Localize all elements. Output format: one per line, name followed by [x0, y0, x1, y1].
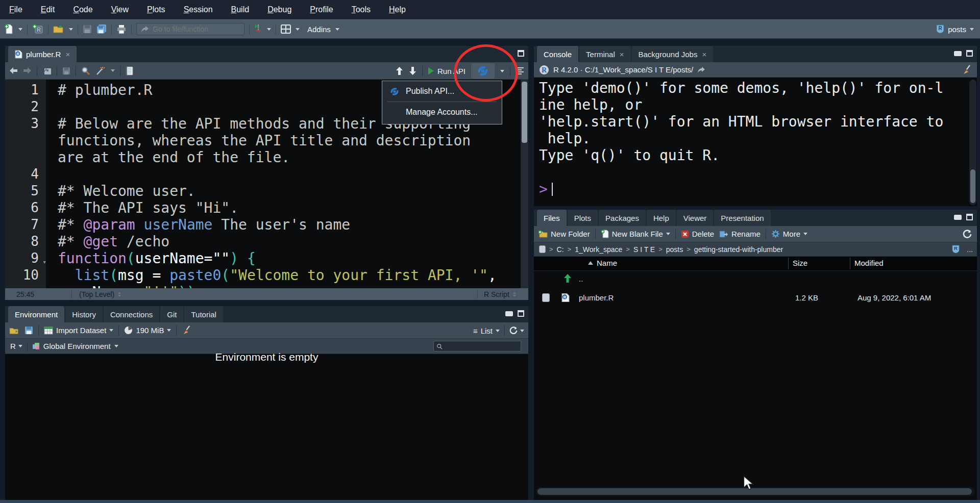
tab-files[interactable]: Files	[537, 210, 567, 226]
run-api-button[interactable]: Run API	[428, 67, 465, 76]
maximize-pane-icon[interactable]	[518, 50, 524, 57]
scope-selector[interactable]: (Top Level)	[71, 290, 477, 298]
project-selector[interactable]: R posts	[936, 20, 974, 38]
files-horizontal-scrollbar[interactable]	[536, 487, 975, 496]
column-header-name[interactable]: Name	[588, 259, 617, 267]
open-file-caret-icon[interactable]	[69, 28, 73, 31]
file-type-selector[interactable]: R Script	[477, 290, 528, 298]
tab-close-icon[interactable]: ×	[620, 50, 624, 59]
console-prompt-line[interactable]: >	[539, 181, 943, 197]
maximize-pane-icon[interactable]	[518, 310, 524, 317]
new-file-icon[interactable]	[4, 24, 14, 34]
environment-search-input[interactable]	[445, 342, 513, 350]
new-blank-file-caret-icon[interactable]	[666, 233, 670, 235]
memory-usage-button[interactable]: 190 MiB	[124, 326, 171, 335]
language-caret-icon[interactable]	[18, 345, 22, 347]
editor-tab-plumber[interactable]: R plumber.R ×	[8, 46, 77, 62]
back-icon[interactable]	[9, 67, 18, 74]
new-project-icon[interactable]: R	[32, 24, 43, 34]
minimize-pane-icon[interactable]	[954, 51, 962, 56]
tab-plots[interactable]: Plots	[568, 210, 598, 226]
save-all-icon[interactable]	[96, 24, 107, 34]
more-button[interactable]: More	[771, 230, 807, 238]
clear-environment-broom-icon[interactable]	[182, 325, 191, 335]
new-folder-button[interactable]: New Folder	[538, 230, 590, 238]
panes-layout-caret-icon[interactable]	[296, 28, 300, 31]
menu-code[interactable]: Code	[73, 5, 92, 14]
environment-scope-caret-icon[interactable]	[114, 345, 118, 347]
tab-viewer[interactable]: Viewer	[677, 210, 714, 226]
goto-file-box[interactable]	[136, 23, 244, 35]
menu-build[interactable]: Build	[231, 5, 250, 14]
maximize-pane-icon[interactable]	[966, 50, 973, 57]
parent-directory-row[interactable]: ..	[534, 270, 977, 289]
load-workspace-icon[interactable]	[9, 326, 19, 335]
breadcrumb-workspace[interactable]: 1_Work_space	[575, 245, 622, 254]
editor-scrollbar-thumb[interactable]	[522, 82, 527, 143]
project-caret-icon[interactable]	[970, 28, 974, 31]
tab-history[interactable]: History	[65, 306, 103, 322]
breadcrumb-posts[interactable]: posts	[666, 245, 683, 254]
addins-button[interactable]: Addins	[307, 25, 331, 34]
environment-search-box[interactable]	[433, 341, 521, 351]
minimize-pane-icon[interactable]	[954, 215, 962, 220]
language-selector[interactable]: R	[10, 342, 22, 350]
column-header-modified[interactable]: Modified	[854, 259, 884, 267]
version-control-caret-icon[interactable]	[267, 28, 271, 31]
menu-debug[interactable]: Debug	[267, 5, 291, 14]
breadcrumb-drive[interactable]: C:	[557, 245, 564, 254]
tab-close-icon[interactable]: ×	[702, 50, 706, 59]
tab-close-icon[interactable]: ×	[65, 50, 70, 59]
breadcrumb-current-dir[interactable]: getting-started-with-plumber	[694, 245, 783, 254]
import-dataset-button[interactable]: Import Dataset	[44, 326, 113, 335]
menu-file[interactable]: File	[9, 5, 22, 14]
tab-connections[interactable]: Connections	[104, 306, 159, 322]
environment-scope-selector[interactable]: Global Environment	[32, 342, 118, 350]
new-blank-file-button[interactable]: New Blank File	[601, 230, 670, 238]
column-header-size[interactable]: Size	[793, 259, 807, 267]
console-scrollbar[interactable]	[969, 80, 976, 205]
tab-terminal[interactable]: Terminal×	[579, 46, 630, 62]
memory-caret-icon[interactable]	[167, 329, 171, 332]
clear-console-broom-icon[interactable]	[962, 65, 972, 75]
open-file-icon[interactable]	[53, 24, 64, 34]
publish-caret-icon[interactable]	[500, 70, 504, 72]
tab-packages[interactable]: Packages	[599, 210, 646, 226]
console-scrollbar-thumb[interactable]	[970, 169, 975, 203]
rename-button[interactable]: Rename	[719, 230, 761, 238]
file-row-plumber[interactable]: R plumber.R 1.2 KB Aug 9, 2022, 6:01 AM	[534, 289, 977, 307]
file-name-link[interactable]: plumber.R	[579, 293, 614, 302]
editor-scrollbar[interactable]	[521, 80, 528, 288]
breadcrumb-more-button[interactable]: ...	[967, 245, 973, 254]
refresh-icon[interactable]	[963, 230, 972, 239]
list-view-caret-icon[interactable]	[496, 330, 500, 332]
menu-session[interactable]: Session	[184, 5, 213, 14]
breadcrumb-site[interactable]: S I T E	[633, 245, 655, 254]
open-directory-arrow-icon[interactable]	[697, 66, 705, 73]
compile-report-icon[interactable]	[126, 66, 134, 76]
refresh-caret-icon[interactable]	[520, 330, 524, 332]
file-checkbox[interactable]	[542, 293, 550, 302]
menu-tools[interactable]: Tools	[352, 5, 371, 14]
document-outline-icon[interactable]	[516, 67, 524, 75]
menu-edit[interactable]: Edit	[41, 5, 55, 14]
tab-git[interactable]: Git	[160, 306, 183, 322]
tab-console[interactable]: Console	[537, 46, 578, 62]
publish-button[interactable]	[471, 63, 495, 79]
code-tools-caret-icon[interactable]	[111, 69, 115, 72]
source-down-icon[interactable]	[409, 67, 416, 75]
tab-presentation[interactable]: Presentation	[714, 210, 770, 226]
panes-layout-icon[interactable]	[281, 24, 291, 34]
tab-help[interactable]: Help	[647, 210, 676, 226]
import-dataset-caret-icon[interactable]	[109, 329, 113, 332]
menu-help[interactable]: Help	[389, 5, 406, 14]
save-workspace-icon[interactable]	[24, 326, 33, 335]
files-scrollbar-thumb[interactable]	[537, 488, 972, 495]
menu-item-publish-api[interactable]: Publish API...	[382, 81, 502, 102]
menu-profile[interactable]: Profile	[310, 5, 333, 14]
addins-caret-icon[interactable]	[335, 28, 339, 31]
more-caret-icon[interactable]	[803, 233, 807, 235]
select-all-checkbox[interactable]	[539, 245, 546, 253]
search-icon[interactable]	[81, 66, 90, 76]
version-control-icon[interactable]	[254, 24, 262, 34]
